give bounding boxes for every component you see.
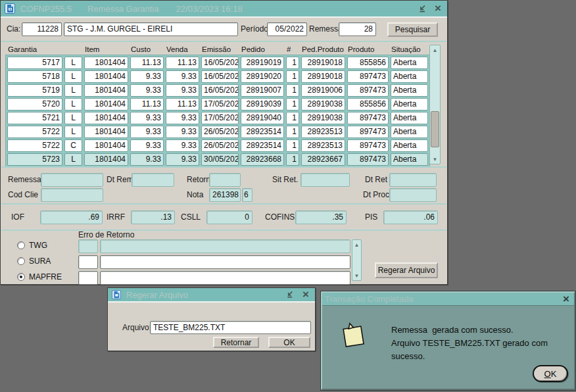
nota-field[interactable]: 261398 [209, 188, 241, 202]
message-ok-button[interactable]: OK [533, 365, 568, 382]
table-cell[interactable]: 28919006 [301, 84, 345, 97]
table-cell[interactable]: 5720 [7, 98, 62, 110]
table-cell[interactable]: 855856 [347, 98, 389, 110]
table-cell[interactable]: 28919019 [241, 57, 284, 69]
erro-code-field[interactable] [78, 239, 98, 253]
csll-field[interactable]: 0 [206, 210, 252, 224]
table-cell[interactable]: 855856 [347, 57, 389, 69]
radio-option-sura[interactable]: SURA [17, 256, 51, 266]
radio-option-mapfre[interactable]: MAPFRE [17, 272, 62, 282]
table-cell[interactable]: L [64, 57, 82, 69]
table-cell[interactable]: 1 [286, 126, 299, 138]
cod-clie-field[interactable] [41, 188, 103, 202]
table-cell[interactable]: 5722 [7, 139, 62, 152]
table-cell[interactable]: 897473 [347, 112, 389, 124]
table-cell[interactable]: 1801404 [84, 126, 128, 138]
table-cell[interactable]: Aberta [391, 70, 428, 83]
table-cell[interactable]: L [64, 98, 82, 110]
table-cell[interactable]: 897473 [347, 139, 389, 152]
table-row[interactable]: 5723L18014049.339.3330/05/20222892366812… [7, 153, 428, 166]
sit-ret-field[interactable] [300, 173, 350, 187]
table-cell[interactable]: 11.13 [130, 57, 164, 69]
table-cell[interactable]: 1801404 [84, 84, 128, 97]
table-cell[interactable]: Aberta [391, 112, 428, 124]
table-cell[interactable]: 1 [286, 153, 299, 166]
table-cell[interactable]: 26/05/2022 [201, 126, 239, 138]
table-cell[interactable]: 17/05/2022 [201, 98, 239, 110]
table-cell[interactable]: 28919038 [301, 98, 345, 110]
cofins-field[interactable]: .35 [295, 210, 347, 224]
dt-proc-field[interactable] [389, 188, 437, 202]
table-cell[interactable]: 1 [286, 139, 299, 152]
table-cell[interactable]: 28923513 [301, 126, 345, 138]
arquivo-input[interactable]: TESTE_BM225.TXT [150, 321, 311, 334]
table-cell[interactable]: 28919038 [301, 112, 345, 124]
table-cell[interactable]: 1801404 [84, 57, 128, 69]
table-cell[interactable]: 1 [286, 57, 299, 69]
close-icon[interactable]: × [561, 294, 571, 305]
table-scrollbar[interactable]: ▲ ▼ [429, 45, 441, 164]
radio-button-icon[interactable] [17, 257, 25, 265]
table-cell[interactable]: 897473 [347, 84, 389, 97]
minimize-icon[interactable] [417, 3, 427, 14]
table-cell[interactable]: 17/05/2022 [201, 112, 239, 124]
table-cell[interactable]: 30/05/2022 [201, 153, 239, 166]
table-row[interactable]: 5718L18014049.339.3316/05/20222891902012… [7, 70, 428, 83]
dialog-ok-button[interactable]: OK [268, 337, 310, 348]
erro-message-field[interactable] [100, 239, 350, 253]
table-cell[interactable]: 9.33 [130, 126, 164, 138]
erro-scrollbar[interactable]: ▲ ▼ [352, 239, 362, 281]
detail-remessa-field[interactable] [41, 173, 103, 187]
table-row[interactable]: 5722L18014049.339.3326/05/20222892351412… [7, 126, 428, 138]
table-cell[interactable]: 897473 [347, 70, 389, 83]
table-cell[interactable]: 9.33 [130, 153, 164, 166]
table-cell[interactable]: 1801404 [84, 153, 128, 166]
remessa-input[interactable]: 28 [339, 22, 376, 36]
table-row[interactable]: 5719L18014049.339.3316/05/20222891900712… [7, 84, 428, 97]
iof-field[interactable]: .69 [40, 210, 103, 224]
table-cell[interactable]: L [64, 126, 82, 138]
dt-ret-field[interactable] [389, 173, 437, 187]
table-row[interactable]: 5717L180140411.1311.1316/05/202228919019… [7, 57, 428, 69]
table-cell[interactable]: 28919018 [301, 57, 345, 69]
radio-button-icon[interactable] [17, 273, 25, 281]
dt-rem-field[interactable] [132, 173, 174, 187]
table-cell[interactable]: 28923514 [241, 139, 284, 152]
table-cell[interactable]: C [64, 139, 82, 152]
table-cell[interactable]: 1801404 [84, 112, 128, 124]
table-cell[interactable]: 9.33 [166, 112, 199, 124]
erro-message-field[interactable] [100, 255, 350, 269]
erro-code-field[interactable] [78, 255, 98, 269]
table-cell[interactable]: 1 [286, 98, 299, 110]
table-cell[interactable]: 28919018 [301, 70, 345, 83]
table-cell[interactable]: 5721 [7, 112, 62, 124]
table-cell[interactable]: Aberta [391, 126, 428, 138]
table-cell[interactable]: 16/05/2022 [201, 84, 239, 97]
nota-digit-field[interactable]: 6 [242, 188, 252, 202]
periodo-input[interactable]: 05/2022 [267, 22, 307, 36]
table-cell[interactable]: 28919039 [241, 98, 284, 110]
table-cell[interactable]: 28919020 [241, 70, 284, 83]
table-cell[interactable]: 5718 [7, 70, 62, 83]
table-cell[interactable]: 1801404 [84, 139, 128, 152]
table-cell[interactable]: 1801404 [84, 98, 128, 110]
scroll-up-icon[interactable]: ▲ [430, 45, 440, 55]
table-cell[interactable]: 9.33 [130, 139, 164, 152]
table-cell[interactable]: 28923514 [241, 126, 284, 138]
table-cell[interactable]: 9.33 [166, 70, 199, 83]
close-icon[interactable]: × [300, 289, 311, 300]
table-cell[interactable]: Aberta [391, 153, 428, 166]
table-cell[interactable]: 28923667 [301, 153, 345, 166]
retornar-button[interactable]: Retornar [213, 337, 259, 348]
table-cell[interactable]: L [64, 112, 82, 124]
table-cell[interactable]: 11.13 [166, 98, 199, 110]
table-cell[interactable]: 9.33 [130, 84, 164, 97]
table-cell[interactable]: Aberta [391, 139, 428, 152]
table-cell[interactable]: 897473 [347, 126, 389, 138]
table-cell[interactable]: 11.13 [166, 57, 199, 69]
scrollbar-thumb[interactable] [431, 111, 439, 147]
table-cell[interactable]: 9.33 [130, 112, 164, 124]
company-input[interactable]: STG - J.M. GURGEL - EIRELI [64, 22, 238, 36]
table-row[interactable]: 5720L180140411.1311.1317/05/202228919039… [7, 98, 428, 110]
table-cell[interactable]: 16/05/2022 [201, 57, 239, 69]
